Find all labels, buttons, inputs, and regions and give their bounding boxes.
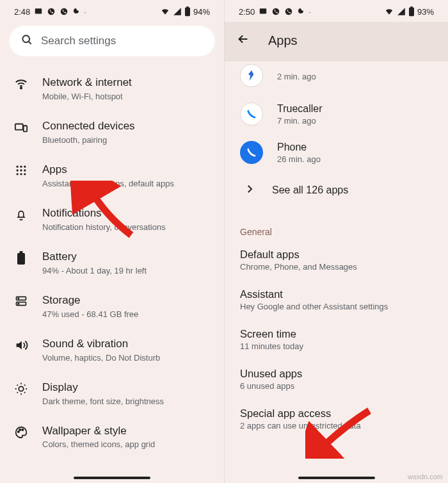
status-time: 2:50 xyxy=(239,7,255,17)
row-unused-apps[interactable]: Unused apps 6 unused apps xyxy=(225,360,448,400)
back-icon[interactable] xyxy=(236,32,250,49)
row-sub: Bluetooth, pairing xyxy=(42,135,211,145)
row-notifications[interactable]: NotificationsNotification history, conve… xyxy=(0,197,224,241)
row-sub: 47% used - 68.41 GB free xyxy=(42,309,211,319)
svg-rect-32 xyxy=(409,8,414,17)
wifi-icon xyxy=(160,7,170,16)
row-title: Wallpaper & style xyxy=(42,424,211,439)
battery-icon xyxy=(184,6,191,17)
phone-status-icon xyxy=(47,7,56,16)
svg-point-2 xyxy=(61,8,68,15)
battery-icon xyxy=(14,250,28,265)
row-sub: Colors, themed icons, app grid xyxy=(42,439,211,449)
storage-icon xyxy=(14,293,28,307)
recent-apps: 2 min. ago Truecaller7 min. ago Phone26 … xyxy=(225,61,448,215)
svg-point-1 xyxy=(48,8,55,15)
svg-rect-9 xyxy=(24,126,27,131)
svg-point-17 xyxy=(20,173,22,175)
svg-rect-19 xyxy=(17,253,25,265)
svg-point-11 xyxy=(20,165,22,167)
devices-icon xyxy=(14,119,28,135)
search-bar[interactable]: Search settings xyxy=(9,26,215,56)
app-sub: 7 min. ago xyxy=(277,116,435,126)
dnd-icon xyxy=(72,8,80,15)
row-default-apps[interactable]: Default apps Chrome, Phone, and Messages xyxy=(225,241,448,281)
row-network[interactable]: Network & internetMobile, Wi-Fi, hotspot xyxy=(0,67,224,110)
row-sub: Chrome, Phone, and Messages xyxy=(240,262,433,272)
svg-point-16 xyxy=(17,173,19,175)
svg-point-24 xyxy=(18,303,19,304)
svg-rect-0 xyxy=(35,8,42,13)
svg-point-13 xyxy=(17,169,19,171)
battery-text: 94% xyxy=(193,7,210,17)
svg-point-28 xyxy=(22,429,23,430)
status-time: 2:48 xyxy=(14,7,30,17)
svg-point-31 xyxy=(285,8,292,15)
gesture-bar[interactable] xyxy=(298,477,375,479)
speaker-icon xyxy=(14,337,28,352)
app-sub: 26 min. ago xyxy=(277,154,435,164)
row-display[interactable]: DisplayDark theme, font size, brightness xyxy=(0,372,224,415)
row-battery[interactable]: Battery94% - About 1 day, 19 hr left xyxy=(0,241,224,284)
row-title: Default apps xyxy=(240,249,433,261)
row-sub: 94% - About 1 day, 19 hr left xyxy=(42,266,211,275)
gesture-bar[interactable] xyxy=(74,477,150,479)
row-sound[interactable]: Sound & vibrationVolume, haptics, Do Not… xyxy=(0,328,224,372)
svg-line-6 xyxy=(29,42,31,44)
dnd-icon xyxy=(297,8,305,15)
status-dot: · xyxy=(84,7,88,17)
row-sub: Hey Google and other Assistant settings xyxy=(240,302,433,311)
row-title: Battery xyxy=(42,250,211,265)
svg-point-30 xyxy=(273,8,280,15)
row-connected-devices[interactable]: Connected devicesBluetooth, pairing xyxy=(0,110,224,154)
status-bar: 2:50 · 93% xyxy=(225,0,448,22)
battery-icon xyxy=(408,6,415,17)
row-title: Storage xyxy=(42,293,211,308)
row-sub: Notification history, conversations xyxy=(42,222,211,232)
svg-point-26 xyxy=(18,430,19,432)
row-sub: Mobile, Wi-Fi, hotspot xyxy=(42,92,211,101)
row-special-app-access[interactable]: Special app access 2 apps can use unrest… xyxy=(225,400,448,439)
phone-status-icon-2 xyxy=(284,7,293,16)
see-all-apps[interactable]: See all 126 apps xyxy=(225,172,448,209)
row-sub: 11 minutes today xyxy=(240,341,433,351)
app-row-truecaller[interactable]: Truecaller7 min. ago xyxy=(225,95,448,133)
settings-screen: 2:48 · 94% Search settings Network & int… xyxy=(0,0,224,483)
app-icon xyxy=(240,64,263,87)
status-dot: · xyxy=(308,7,312,17)
svg-point-5 xyxy=(22,35,29,42)
row-apps[interactable]: AppsAssistant, recent apps, default apps xyxy=(0,154,224,197)
svg-point-18 xyxy=(24,173,26,175)
svg-point-23 xyxy=(18,298,19,299)
svg-rect-8 xyxy=(15,124,23,129)
search-placeholder: Search settings xyxy=(41,35,116,47)
svg-point-25 xyxy=(19,386,23,391)
app-name: Truecaller xyxy=(277,103,435,115)
row-sub: 2 apps can use unrestricted data xyxy=(240,421,433,430)
battery-text: 93% xyxy=(417,7,434,17)
row-title: Special app access xyxy=(240,407,433,420)
svg-rect-33 xyxy=(410,6,412,8)
app-icon xyxy=(240,102,263,126)
app-row-phone[interactable]: Phone26 min. ago xyxy=(225,133,448,172)
phone-status-icon xyxy=(271,7,280,16)
row-title: Network & internet xyxy=(42,76,211,90)
watermark: wsxdn.com xyxy=(408,473,443,480)
see-all-label: See all 126 apps xyxy=(272,184,348,196)
section-header-general: General xyxy=(225,215,448,241)
row-storage[interactable]: Storage47% used - 68.41 GB free xyxy=(0,284,224,328)
row-title: Notifications xyxy=(42,206,211,221)
row-screen-time[interactable]: Screen time 11 minutes today xyxy=(225,320,448,360)
row-title: Screen time xyxy=(240,328,433,340)
message-icon xyxy=(34,7,43,16)
row-wallpaper[interactable]: Wallpaper & styleColors, themed icons, a… xyxy=(0,415,224,459)
svg-point-15 xyxy=(24,169,26,171)
row-title: Display xyxy=(42,381,211,395)
row-assistant[interactable]: Assistant Hey Google and other Assistant… xyxy=(225,281,448,320)
svg-rect-4 xyxy=(186,6,188,8)
app-row[interactable]: 2 min. ago xyxy=(225,61,448,95)
wifi-icon xyxy=(384,7,394,16)
svg-point-7 xyxy=(20,87,22,88)
settings-list: Network & internetMobile, Wi-Fi, hotspot… xyxy=(0,65,224,459)
signal-icon xyxy=(173,7,182,16)
